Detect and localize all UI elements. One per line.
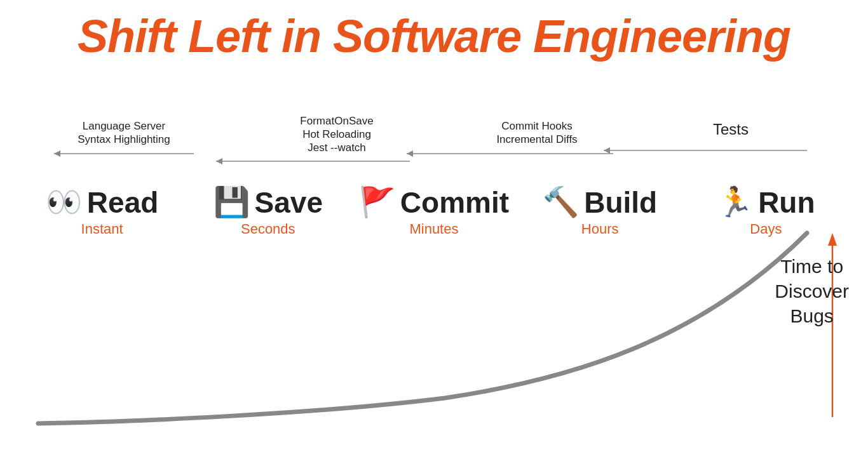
annotation-2-line2: Hot Reloading <box>302 128 371 140</box>
diagram-area: Language Server Syntax Highlighting Form… <box>0 62 868 430</box>
commit-icon: 🚩 <box>359 188 395 217</box>
annotation-4-line1: Tests <box>713 121 749 138</box>
annotation-1-line1: Language Server <box>83 120 166 132</box>
curve-chart <box>0 214 868 430</box>
save-icon: 💾 <box>214 188 250 217</box>
annotation-1-line2: Syntax Highlighting <box>78 133 170 145</box>
arrowhead-1 <box>54 150 60 157</box>
exponential-curve <box>38 233 807 423</box>
build-icon: 🔨 <box>543 188 579 217</box>
annotation-3-line2: Incremental Diffs <box>496 133 577 145</box>
run-icon: 🏃 <box>717 188 753 217</box>
annotation-2-line3: Jest --watch <box>308 142 366 154</box>
discover-bugs-label: Time to Discover Bugs <box>775 254 849 328</box>
annotation-2-line1: FormatOnSave <box>300 116 373 127</box>
read-icon: 👀 <box>46 188 82 217</box>
arrowhead-4 <box>604 147 610 154</box>
arrowhead-2 <box>216 158 222 164</box>
arrowhead-3 <box>407 150 413 157</box>
annotation-3-line1: Commit Hooks <box>501 120 572 132</box>
main-title: Shift Left in Software Engineering <box>0 0 868 62</box>
vertical-arrowhead <box>828 233 837 246</box>
